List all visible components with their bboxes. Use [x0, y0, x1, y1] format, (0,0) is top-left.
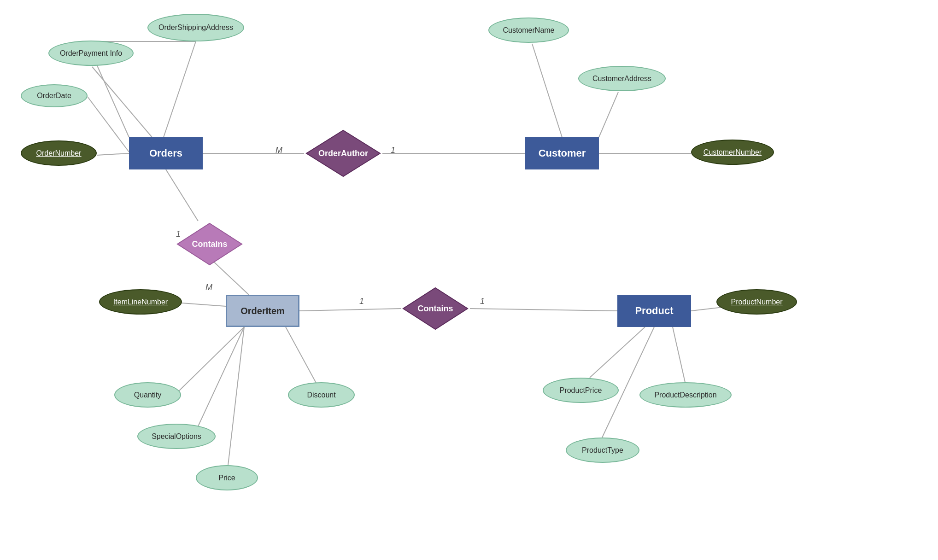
attr-item-line: ItemLineNumber — [99, 289, 182, 315]
attr-product-price: ProductPrice — [543, 378, 619, 403]
cardinality-m1: M — [276, 146, 282, 155]
cardinality-1a: 1 — [391, 146, 395, 155]
cardinality-1d: 1 — [480, 297, 485, 306]
relationship-orderauthor: OrderAuthor — [304, 128, 382, 179]
attr-customer-number: CustomerNumber — [691, 140, 774, 165]
svg-line-10 — [166, 169, 198, 221]
svg-line-2 — [88, 97, 129, 152]
attr-order-shipping: OrderShippingAddress — [147, 14, 244, 41]
attr-order-payment: OrderPayment Info — [48, 41, 134, 66]
entity-orders: Orders — [129, 137, 203, 169]
attr-product-desc: ProductDescription — [639, 382, 732, 408]
svg-line-21 — [673, 327, 685, 382]
attr-price: Price — [196, 465, 258, 490]
attr-product-number: ProductNumber — [716, 289, 797, 315]
relationship-contains1: Contains — [175, 221, 244, 267]
attr-order-number: OrderNumber — [21, 140, 97, 166]
attr-order-date: OrderDate — [21, 84, 88, 107]
attr-customer-address: CustomerAddress — [578, 66, 666, 91]
attr-discount: Discount — [288, 382, 355, 408]
svg-line-18 — [470, 309, 617, 311]
svg-line-14 — [193, 327, 244, 436]
attr-product-type: ProductType — [566, 438, 639, 463]
attr-special-options: SpecialOptions — [137, 424, 216, 449]
entity-product: Product — [617, 295, 691, 327]
svg-line-1 — [92, 67, 152, 137]
svg-line-20 — [590, 327, 645, 378]
diagram-lines — [0, 0, 938, 560]
svg-line-3 — [97, 153, 129, 155]
svg-line-12 — [182, 303, 226, 306]
cardinality-1c: 1 — [359, 297, 364, 306]
entity-customer: Customer — [525, 137, 599, 169]
cardinality-1b: 1 — [176, 229, 181, 239]
svg-line-4 — [92, 54, 129, 137]
svg-line-13 — [175, 327, 244, 395]
relationship-contains2: Contains — [401, 286, 470, 332]
svg-line-0 — [164, 41, 196, 137]
cardinality-m2: M — [205, 283, 212, 292]
svg-line-17 — [299, 309, 401, 311]
svg-line-7 — [532, 44, 562, 137]
svg-line-8 — [599, 92, 618, 137]
attr-quantity: Quantity — [114, 382, 181, 408]
er-diagram-canvas: Orders Customer OrderItem Product OrderA… — [0, 0, 938, 560]
attr-customer-name: CustomerName — [488, 18, 569, 43]
entity-orderitem: OrderItem — [226, 295, 299, 327]
svg-line-15 — [228, 327, 244, 465]
